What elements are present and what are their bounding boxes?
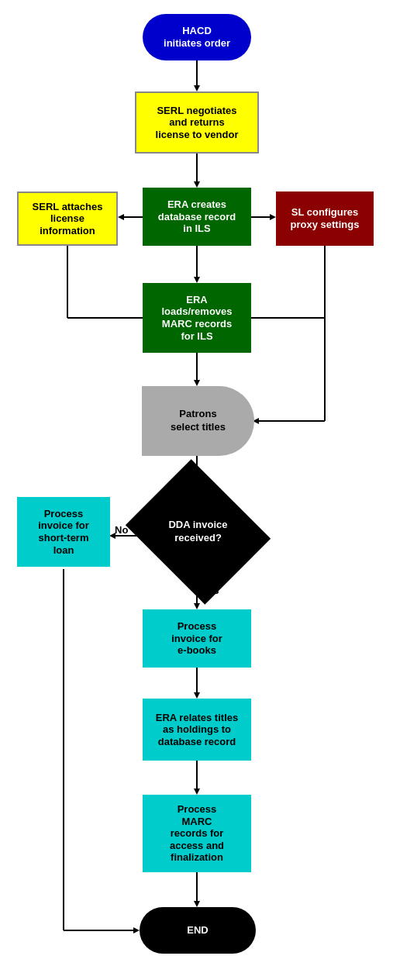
era-loads-node: ERAloads/removesMARC recordsfor ILS	[143, 283, 251, 353]
svg-marker-7	[270, 214, 276, 220]
sl-configures-node: SL configuresproxy settings	[276, 192, 374, 246]
hacd-label: HACD initiates order	[164, 25, 230, 49]
era-loads-label: ERAloads/removesMARC recordsfor ILS	[161, 294, 232, 342]
yes-label: Yes	[202, 585, 219, 596]
end-node: END	[140, 907, 256, 954]
svg-marker-20	[194, 603, 200, 609]
dda-diamond-label: DDA invoicereceived?	[168, 519, 227, 545]
era-relates-label: ERA relates titlesas holdings todatabase…	[156, 712, 238, 748]
no-label: No	[115, 524, 128, 536]
svg-marker-24	[194, 788, 200, 795]
dda-diamond-node: DDA invoicereceived?	[142, 485, 254, 578]
process-marc-node: ProcessMARCrecords foraccess andfinaliza…	[143, 795, 251, 872]
svg-marker-22	[194, 692, 200, 699]
era-creates-label: ERA createsdatabase recordin ILS	[158, 198, 236, 235]
end-label: END	[187, 924, 208, 937]
serl-attaches-label: SERL attacheslicenseinformation	[33, 201, 103, 237]
serl-negotiate-label: SERL negotiatesand returnslicense to ven…	[156, 105, 239, 141]
process-short-label: Processinvoice forshort-termloan	[38, 508, 89, 556]
patrons-node: Patronsselect titles	[142, 386, 254, 456]
svg-marker-5	[118, 214, 124, 220]
process-ebooks-label: Processinvoice fore-books	[171, 620, 222, 657]
svg-marker-3	[194, 181, 200, 188]
yes-text: Yes	[202, 585, 219, 596]
era-relates-node: ERA relates titlesas holdings todatabase…	[143, 699, 251, 761]
era-creates-node: ERA createsdatabase recordin ILS	[143, 188, 251, 246]
svg-marker-12	[194, 277, 200, 283]
no-text: No	[115, 524, 128, 536]
svg-marker-14	[194, 380, 200, 386]
sl-configures-label: SL configuresproxy settings	[291, 206, 360, 230]
svg-marker-26	[194, 901, 200, 907]
hacd-node: HACD initiates order	[143, 14, 251, 60]
svg-marker-1	[194, 85, 200, 91]
serl-attaches-node: SERL attacheslicenseinformation	[17, 192, 118, 246]
patrons-label: Patronsselect titles	[171, 408, 226, 434]
process-short-node: Processinvoice forshort-termloan	[17, 497, 110, 567]
svg-marker-29	[133, 927, 140, 933]
process-marc-label: ProcessMARCrecords foraccess andfinaliza…	[170, 803, 224, 864]
flowchart: HACD initiates order SERL negotiatesand …	[0, 0, 393, 980]
process-ebooks-node: Processinvoice fore-books	[143, 609, 251, 668]
serl-negotiate-node: SERL negotiatesand returnslicense to ven…	[135, 91, 259, 154]
